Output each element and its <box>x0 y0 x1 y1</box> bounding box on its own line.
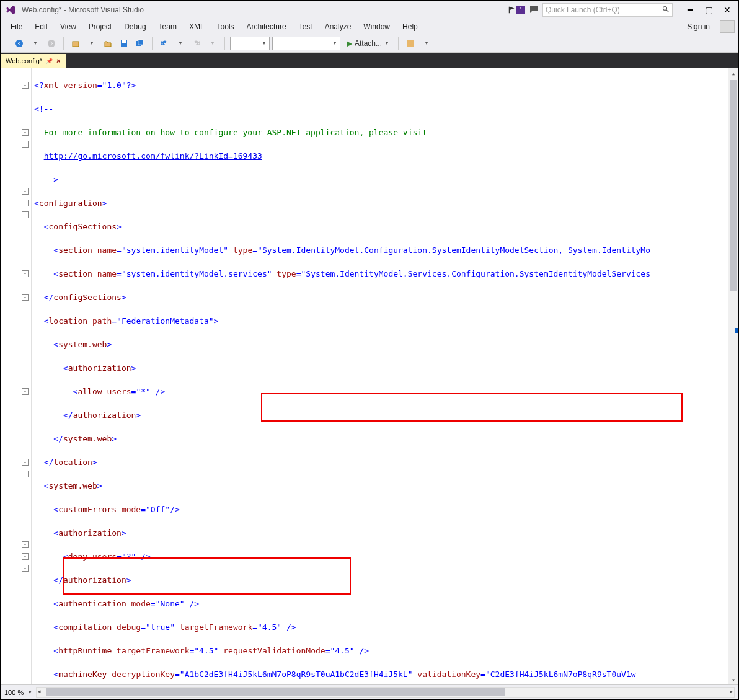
fold-toggle[interactable]: - <box>22 200 29 206</box>
menu-debug[interactable]: Debug <box>118 22 152 31</box>
redo-dropdown[interactable]: ▼ <box>206 37 219 50</box>
menu-architecture[interactable]: Architecture <box>241 22 293 31</box>
svg-line-1 <box>666 9 669 12</box>
menu-window[interactable]: Window <box>357 22 396 31</box>
toolbar: ▼ ▼ ▼ ▼ ▼ ▼ ▶Attach...▼ ▾ <box>1 34 738 53</box>
undo-button[interactable] <box>157 37 171 50</box>
window-title: Web.config* - Microsoft Visual Studio <box>22 6 508 14</box>
horizontal-scrollbar[interactable]: ◂ ▸ <box>36 687 735 698</box>
fold-toggle[interactable]: - <box>22 129 29 136</box>
scroll-down-icon[interactable]: ▾ <box>728 674 738 684</box>
solution-platform-dropdown[interactable]: ▼ <box>272 37 340 50</box>
account-icon[interactable] <box>720 20 735 33</box>
feedback-icon[interactable] <box>529 4 539 16</box>
undo-dropdown[interactable]: ▼ <box>174 37 187 50</box>
search-icon <box>662 6 670 15</box>
save-all-button[interactable] <box>133 37 147 50</box>
svg-rect-9 <box>407 40 414 47</box>
svg-point-2 <box>15 40 23 47</box>
maximize-button[interactable]: ▢ <box>700 3 717 17</box>
minimize-button[interactable]: ━ <box>681 3 699 17</box>
close-button[interactable]: ✕ <box>719 3 736 17</box>
statusbar: 100 % ▼ ◂ ▸ <box>1 684 738 699</box>
nav-forward-button[interactable] <box>45 37 58 50</box>
svg-rect-8 <box>138 40 143 45</box>
menu-tools[interactable]: Tools <box>211 22 241 31</box>
zoom-level[interactable]: 100 % <box>4 689 24 696</box>
document-tabs: Web.config* 📌 × <box>1 53 738 68</box>
fold-toggle[interactable]: - <box>22 388 29 395</box>
notification-badge: 1 <box>516 6 525 14</box>
fold-toggle[interactable]: - <box>22 82 29 89</box>
nav-back-button[interactable] <box>12 37 26 50</box>
code-area[interactable]: <?xml version="1.0"?> <!-- For more info… <box>32 68 738 684</box>
scroll-left-icon[interactable]: ◂ <box>38 688 41 694</box>
vs-logo-icon <box>3 2 18 17</box>
change-marker <box>735 328 738 333</box>
fold-toggle[interactable]: - <box>22 211 29 218</box>
browser-link-button[interactable] <box>404 37 417 50</box>
new-project-button[interactable] <box>69 37 82 50</box>
fold-toggle[interactable]: - <box>22 553 29 560</box>
zoom-dropdown-icon[interactable]: ▼ <box>27 689 32 695</box>
code-editor[interactable]: - - - - - - - - - - - - - - <?xml versio… <box>1 68 738 684</box>
menu-project[interactable]: Project <box>82 22 118 31</box>
toolbar-overflow[interactable]: ▾ <box>420 37 433 50</box>
titlebar: Web.config* - Microsoft Visual Studio 1 … <box>1 1 738 19</box>
fold-toggle[interactable]: - <box>22 188 29 195</box>
fold-toggle[interactable]: - <box>22 541 29 548</box>
menu-analyze[interactable]: Analyze <box>319 22 358 31</box>
svg-point-3 <box>48 40 55 47</box>
save-button[interactable] <box>117 37 131 50</box>
pin-icon[interactable]: 📌 <box>46 58 53 64</box>
fold-toggle[interactable]: - <box>22 270 29 277</box>
fold-toggle[interactable]: - <box>22 459 29 466</box>
scroll-right-icon[interactable]: ▸ <box>730 688 733 694</box>
fold-toggle[interactable]: - <box>22 141 29 148</box>
quick-launch-input[interactable]: Quick Launch (Ctrl+Q) <box>542 3 673 17</box>
fold-toggle[interactable]: - <box>22 294 29 301</box>
tab-webconfig[interactable]: Web.config* 📌 × <box>1 54 66 68</box>
notification-flag-icon[interactable]: 1 <box>508 6 525 14</box>
editor-gutter: - - - - - - - - - - - - - - <box>1 68 32 684</box>
menu-test[interactable]: Test <box>293 22 319 31</box>
attach-button[interactable]: ▶Attach...▼ <box>343 39 393 48</box>
menu-edit[interactable]: Edit <box>29 22 54 31</box>
svg-rect-6 <box>122 40 126 43</box>
svg-rect-4 <box>73 42 79 47</box>
fold-toggle[interactable]: - <box>22 471 29 477</box>
scrollbar-thumb[interactable] <box>730 80 737 291</box>
menu-file[interactable]: File <box>4 22 29 31</box>
solution-config-dropdown[interactable]: ▼ <box>230 37 270 50</box>
open-file-button[interactable] <box>101 37 115 50</box>
tab-close-icon[interactable]: × <box>56 57 60 64</box>
new-project-dropdown[interactable]: ▼ <box>85 37 99 50</box>
scroll-up-icon[interactable]: ▴ <box>728 68 738 78</box>
menubar: File Edit View Project Debug Team XML To… <box>1 19 738 34</box>
menu-team[interactable]: Team <box>153 22 183 31</box>
nav-back-dropdown[interactable]: ▼ <box>29 37 42 50</box>
vertical-scrollbar[interactable]: ▴ ▾ <box>728 68 738 684</box>
menu-help[interactable]: Help <box>396 22 424 31</box>
menu-view[interactable]: View <box>54 22 82 31</box>
hscrollbar-thumb[interactable] <box>46 688 505 696</box>
svg-point-0 <box>663 6 667 10</box>
fold-toggle[interactable]: - <box>22 565 29 572</box>
redo-button[interactable] <box>190 37 203 50</box>
menu-xml[interactable]: XML <box>183 22 211 31</box>
sign-in-link[interactable]: Sign in <box>681 22 716 31</box>
